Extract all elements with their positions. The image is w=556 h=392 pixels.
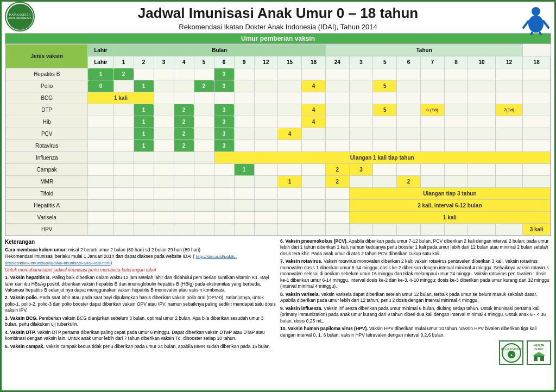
polio-t7 [420,80,444,92]
hpv-t7 [420,224,444,236]
th-tahun-label: Tahun [325,45,522,56]
th-b3: 3 [154,56,174,68]
vaccine-name-polio: Polio [6,80,88,92]
row-pcv: PCV 1 2 3 4 [6,128,551,140]
cam-t7 [420,164,444,176]
dtp-t10 [468,104,495,116]
tif-b6 [214,188,234,200]
vaccine-name-campak: Campak [6,164,88,176]
note-7-title: Vaksin rotavirus. [285,258,322,264]
mmr-t3 [349,176,373,188]
rota-lahir [88,140,113,152]
hpv-b15 [278,224,302,236]
berlaku-text: Rekomendasi imunisasi berlaku mulai 1 Ja… [5,254,194,259]
hpv-t8 [444,224,468,236]
notes-left: Keterangan Cara membaca kolom umur: misa… [5,238,276,365]
cam-t5 [373,164,397,176]
note-7-num: 7. [280,258,284,264]
note-9: 9. Vaksin influenza. Vaksin influenza di… [280,306,551,324]
rota-b4: 2 [174,140,194,152]
pcv-b5 [194,128,214,140]
hpv-b5 [194,224,214,236]
dtp-b5 [194,104,214,116]
hepb-b15 [278,68,302,80]
row-hib: Hib 1 2 3 4 [6,116,551,128]
hpv-t5 [373,224,397,236]
row-hepatitis-b: Hepatitis B 1 2 3 [6,68,551,80]
dtp-t6 [397,104,421,116]
mmr-b5 [194,176,214,188]
pcv-b2: 1 [134,128,154,140]
hepb-t18 [523,68,551,80]
dtp-t5: 5 [373,104,397,116]
mmr-b2 [134,176,154,188]
pcv-t6 [397,128,421,140]
note-5-num: 5. [5,344,9,349]
pcv-t7 [420,128,444,140]
cara-membaca-desc: misal 2 berarti umur 2 bulan (60 hari) s… [68,247,200,252]
polio-b24 [325,80,349,92]
dtp-b4: 2 [174,104,194,116]
hepa-b3 [154,200,174,212]
cam-t8 [444,164,468,176]
bcg-b9 [234,92,254,104]
bcg-t5 [373,92,397,104]
note-7: 7. Vaksin rotavirus. Vaksin rotavirus mo… [280,258,551,289]
rota-t6 [397,140,421,152]
bottom-logo-1: IN HARMONY ✚ [499,340,523,365]
bcg-span: 1 kali [88,92,154,104]
th-b2: 2 [134,56,154,68]
dtp-b2: 1 [134,104,154,116]
hepb-b6: 3 [214,68,234,80]
hib-t18 [523,116,551,128]
bcg-t3 [349,92,373,104]
cam-b3 [154,164,174,176]
mmr-t7 [420,176,444,188]
th-b1: 1 [113,56,134,68]
cam-b6 [214,164,234,176]
cam-t12 [495,164,523,176]
cam-b24: 2 [325,164,349,176]
note-8-title: Vaksin varisela. [285,292,319,297]
pcv-t8 [444,128,468,140]
hib-b24 [325,116,349,128]
pcv-b18 [302,128,326,140]
rota-t10 [468,140,495,152]
rota-t5 [373,140,397,152]
hpv-t10 [468,224,495,236]
dtp-t12: 7(Td) [495,104,523,116]
hpv-t6 [397,224,421,236]
rota-t3 [349,140,373,152]
untuk-memahami: Untuk memahami tabel jadwal imunisasi pe… [5,267,276,273]
svg-text:✚: ✚ [510,353,513,357]
rota-b18 [302,140,326,152]
hepa-b12 [254,200,278,212]
tif-b18 [302,188,326,200]
hepa-b15 [278,200,302,212]
hepb-b2 [134,68,154,80]
vaccine-name-hepb: Hepatitis B [6,68,88,80]
note-8-num: 8. [280,292,284,297]
svg-line-2 [523,21,528,28]
var-b12 [254,212,278,224]
bcg-b15 [278,92,302,104]
hepb-t5 [373,68,397,80]
tif-b5 [194,188,214,200]
hepa-span: 2 kali, interval 6-12 bulan [349,200,550,212]
note-2-title: Vaksin polio. [10,295,38,300]
page-title: Jadwal Imunisasi Anak Umur 0 – 18 tahun [138,5,418,22]
mmr-b1 [113,176,134,188]
rota-t7 [420,140,444,152]
note-6-title: Vaksin pneumokokus (PCV). [285,238,348,244]
hepb-b24 [325,68,349,80]
var-b2 [134,212,154,224]
pcv-t5 [373,128,397,140]
page: IKATAN DOKTER ANAK INDONESIA Jadwal Imun… [0,0,556,392]
inf-b1 [113,152,134,164]
mmr-b6 [214,176,234,188]
baby-icon [521,5,551,35]
th-b18: 18 [302,56,326,68]
rota-b6: 3 [214,140,234,152]
note-8: 8. Vaksin varisela. Vaksin varisela dapa… [280,292,551,304]
hepb-t6 [397,68,421,80]
